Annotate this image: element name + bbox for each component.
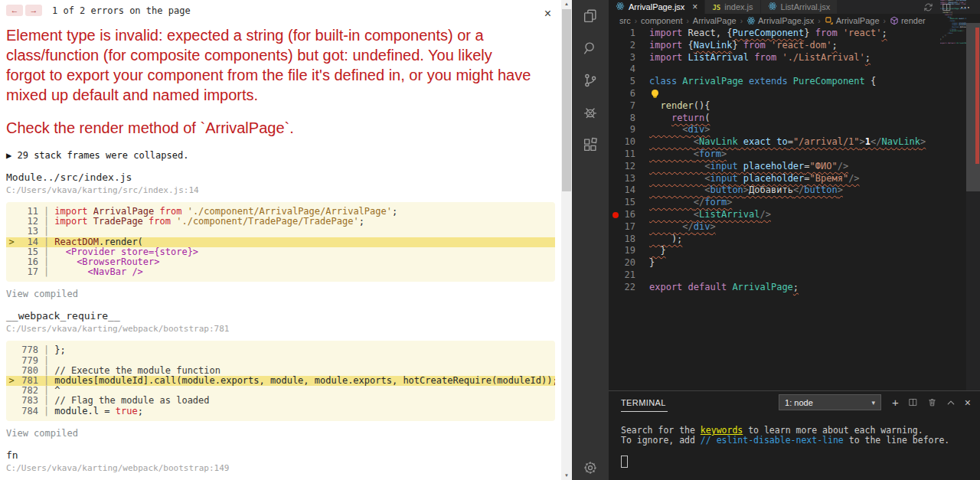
breadcrumb-label: component (641, 16, 682, 25)
breadcrumb-item[interactable]: render (890, 16, 926, 25)
code-token: ^ (54, 385, 60, 396)
line-number: 22 (609, 282, 649, 294)
code-token: PureComponent (732, 28, 804, 38)
line-number: 7 (609, 100, 649, 113)
browser-scrollbar[interactable]: ▲ ▼ (561, 0, 572, 480)
code-token: ; (138, 406, 143, 416)
symbol-method-icon (890, 16, 899, 25)
line-separator: | (38, 227, 54, 237)
stack-frame-path: C:/Users/vkava/karting/webpack/bootstrap… (6, 463, 555, 473)
terminal-shell-select[interactable]: 1: node ▾ (779, 394, 881, 410)
maximize-panel-icon[interactable] (946, 398, 956, 407)
new-terminal-icon[interactable]: + (892, 397, 899, 407)
breadcrumb-item[interactable]: component (641, 16, 682, 25)
code-token: './component/ArrivalPage/ArrivalPage' (188, 206, 392, 217)
code-token: Search for the (621, 425, 701, 436)
error-message: Element type is invalid: expected a stri… (6, 25, 532, 105)
line-number: 9 (609, 124, 649, 136)
editor-line: 4 (609, 64, 966, 76)
breadcrumb-separator: › (635, 17, 637, 25)
close-panel-icon[interactable]: × (965, 397, 971, 408)
breakpoint-dot[interactable] (612, 212, 619, 218)
code-token: </ (793, 184, 804, 195)
view-compiled-link[interactable]: View compiled (6, 428, 555, 439)
code-token (649, 161, 704, 171)
tab-terminal[interactable]: TERMINAL (621, 393, 668, 412)
line-number: 6 (609, 88, 649, 100)
breadcrumb: src›component›ArrivalPage›ArrivalPage.js… (609, 14, 980, 28)
editor-line: 17 </div> (609, 221, 966, 233)
breadcrumb-label: ArrivalPage.jsx (758, 16, 814, 25)
close-tab-icon[interactable]: × (692, 2, 697, 11)
code-token: } (804, 28, 815, 38)
code-token: PureComponent (793, 76, 871, 87)
previous-error-button[interactable]: ← (6, 5, 23, 16)
breadcrumb-label: render (901, 16, 926, 25)
code-token: ArrivalPage (93, 206, 154, 217)
terminal-panel: TERMINAL 1: node ▾ +× Search for the key… (609, 390, 980, 480)
editor-line: 9 <div> (609, 124, 966, 136)
terminal-cursor[interactable] (621, 456, 628, 468)
breadcrumb-separator: › (818, 17, 820, 25)
highlight-marker (6, 396, 17, 406)
lightbulb-icon[interactable] (652, 90, 658, 96)
close-overlay-icon[interactable]: × (544, 8, 551, 20)
scroll-up-icon[interactable]: ▲ (561, 2, 572, 6)
code-token: from (743, 40, 771, 51)
breadcrumb-separator: › (740, 17, 743, 25)
line-content: import TradePage from './component/Trade… (54, 217, 364, 227)
activity-search-icon[interactable] (572, 32, 609, 64)
code-token: ; (392, 206, 397, 217)
tab-label: index.js (724, 2, 753, 11)
terminal-output[interactable]: Search for the keywords to learn more ab… (609, 413, 980, 468)
code-token: <Provider store={store}> (66, 247, 198, 257)
line-number: 14 (17, 237, 38, 247)
code-token: </ (682, 221, 693, 232)
code-frame-line: 778|}; (6, 345, 555, 355)
activity-bar (572, 0, 609, 480)
activity-explorer-icon[interactable] (572, 0, 609, 32)
line-number: 8 (609, 113, 649, 125)
activity-settings-gear-icon[interactable] (583, 460, 598, 478)
code-token: (){ (694, 100, 710, 111)
editor-tab[interactable]: ListArrival.jsx (761, 0, 838, 14)
scroll-down-icon[interactable]: ▼ (561, 473, 572, 478)
line-number: 16 (609, 209, 649, 221)
scrollbar-thumb[interactable] (562, 9, 571, 191)
collapsed-frames-toggle[interactable]: ▶ 29 stack frames were collapsed. (6, 150, 555, 161)
split-terminal-icon[interactable] (908, 397, 918, 407)
minimap-line: import ListArrival from './ListArrival'; (940, 4, 966, 6)
sync-icon[interactable] (923, 2, 933, 12)
minimap[interactable]: import React, {PureComponent} from 'reac… (940, 0, 966, 45)
view-compiled-link[interactable]: View compiled (6, 289, 555, 299)
breadcrumb-item[interactable]: ArrivalPage (693, 16, 737, 25)
activity-extensions-icon[interactable] (572, 129, 609, 161)
code-token: = (804, 173, 809, 184)
code-editor[interactable]: 1import React, {PureComponent} from 'rea… (609, 28, 966, 390)
line-content: class ArrivalPage extends PureComponent … (649, 76, 966, 88)
editor-tab[interactable]: JSindex.js (705, 0, 760, 14)
breadcrumb-item[interactable]: src (619, 16, 631, 25)
line-number: 2 (609, 40, 649, 52)
breadcrumb-label: ArrivalPage (836, 16, 880, 25)
line-number: 14 (609, 184, 649, 197)
activity-debug-icon[interactable] (572, 96, 609, 129)
code-token: import (54, 216, 93, 227)
code-token (649, 209, 694, 220)
editor-line: 3import ListArrival from './ListArrival'… (609, 52, 966, 64)
editor-line: 13 <input placeholder="Время"/> (609, 173, 966, 185)
line-number: 13 (17, 227, 38, 237)
code-token: class (940, 8, 947, 10)
breadcrumb-item[interactable]: ArrivalPage (825, 16, 880, 25)
code-token: ); (649, 233, 682, 244)
code-token (54, 256, 77, 267)
line-number: 12 (609, 161, 649, 173)
breadcrumb-item[interactable]: ArrivalPage.jsx (746, 16, 814, 25)
activity-source-control-icon[interactable] (572, 64, 609, 96)
line-separator: | (38, 356, 54, 366)
next-error-button[interactable]: → (25, 5, 42, 16)
kill-terminal-icon[interactable] (927, 397, 937, 407)
editor-tab[interactable]: ArrivalPage.jsx× (609, 0, 705, 14)
code-token: ReactDOM (54, 237, 99, 247)
line-number: 18 (609, 233, 649, 246)
